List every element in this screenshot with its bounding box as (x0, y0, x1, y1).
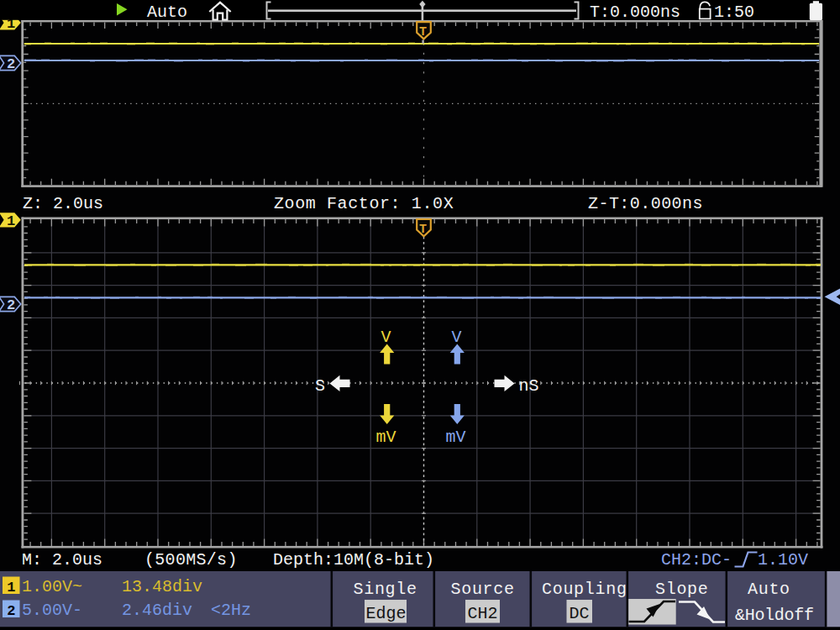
svg-text:1.10V: 1.10V (758, 550, 808, 570)
svg-text:Edge: Edge (366, 604, 407, 623)
svg-text:&Holdoff: &Holdoff (735, 606, 814, 625)
svg-text:Depth:10M(8-bit): Depth:10M(8-bit) (273, 550, 434, 570)
svg-text:DC: DC (570, 604, 590, 623)
svg-text:S: S (315, 376, 325, 396)
svg-text:Auto: Auto (748, 580, 790, 599)
svg-text:Auto: Auto (147, 3, 187, 22)
svg-text:Zoom Factor: 1.0X: Zoom Factor: 1.0X (274, 194, 454, 213)
svg-text:Source: Source (451, 580, 515, 599)
svg-text:M: 2.0us: M: 2.0us (22, 550, 102, 570)
svg-text:<2Hz: <2Hz (211, 601, 251, 620)
svg-text:1:50: 1:50 (714, 3, 754, 22)
svg-text:Single: Single (354, 580, 417, 599)
svg-text:T: T (419, 25, 427, 39)
svg-text:Coupling: Coupling (542, 580, 627, 599)
svg-text:2: 2 (7, 56, 15, 72)
svg-text:1.00V~: 1.00V~ (22, 577, 82, 596)
svg-text:CH2: CH2 (468, 604, 498, 623)
svg-text:1: 1 (7, 580, 15, 596)
svg-text:nS: nS (519, 376, 539, 396)
svg-text:Z: 2.0us: Z: 2.0us (23, 194, 103, 213)
svg-text:V: V (381, 328, 391, 347)
svg-text:mV: mV (376, 428, 396, 447)
svg-text:5.00V-: 5.00V- (22, 601, 82, 620)
svg-text:Slope: Slope (655, 580, 709, 599)
svg-text:13.48div: 13.48div (122, 577, 202, 596)
svg-text:2: 2 (7, 603, 15, 619)
svg-text:(500MS/s): (500MS/s) (144, 550, 238, 570)
svg-text:V: V (452, 328, 462, 347)
svg-text:2.46div: 2.46div (122, 601, 192, 620)
svg-text:T:0.000ns: T:0.000ns (590, 3, 680, 22)
svg-text:Z-T:0.000ns: Z-T:0.000ns (588, 194, 703, 213)
svg-text:2: 2 (7, 297, 15, 313)
svg-text:mV: mV (446, 428, 466, 447)
svg-text:1: 1 (7, 213, 15, 229)
svg-text:CH2:DC-: CH2:DC- (661, 550, 732, 570)
svg-text:T: T (419, 223, 427, 237)
